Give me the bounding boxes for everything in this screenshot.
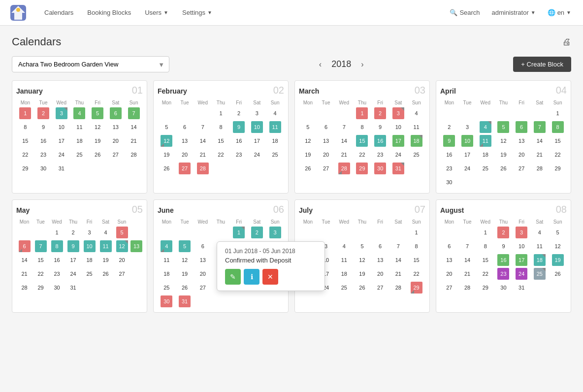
table-row[interactable]: 11 (407, 120, 425, 134)
table-row[interactable]: 5 (158, 120, 176, 134)
table-row[interactable]: 7 (335, 120, 353, 134)
table-row[interactable]: 18 (266, 134, 284, 148)
tooltip-edit-button[interactable]: ✎ (225, 269, 241, 285)
table-row[interactable]: 4 (476, 120, 494, 134)
table-row[interactable]: 27 (176, 162, 194, 175)
table-row[interactable]: 19 (89, 134, 107, 148)
table-row[interactable]: 2 (494, 226, 513, 239)
tooltip-delete-button[interactable]: ✕ (262, 269, 278, 285)
table-row[interactable]: 9 (371, 120, 389, 134)
prev-year-button[interactable]: ‹ (315, 58, 325, 71)
table-row[interactable]: 1 (353, 106, 371, 120)
table-row[interactable]: 13 (371, 253, 389, 267)
table-row[interactable]: 20 (317, 148, 335, 162)
table-row[interactable]: 2 (248, 226, 266, 239)
table-row[interactable]: 5 (353, 239, 371, 253)
table-row[interactable]: 15 (549, 134, 567, 148)
table-row[interactable]: 12 (494, 134, 513, 148)
table-row[interactable]: 20 (194, 267, 212, 281)
table-row[interactable]: 8 (476, 239, 494, 253)
table-row[interactable]: 12 (353, 253, 371, 267)
table-row[interactable]: 30 (34, 162, 53, 175)
table-row[interactable]: 10 (81, 239, 97, 253)
table-row[interactable]: 1 (476, 226, 494, 239)
table-row[interactable]: 25 (407, 148, 425, 162)
table-row[interactable]: 13 (194, 253, 212, 267)
table-row[interactable]: 6 (107, 106, 125, 120)
table-row[interactable]: 25 (335, 281, 353, 294)
table-row[interactable]: 3 (458, 120, 477, 134)
table-row[interactable]: 31 (513, 281, 531, 294)
table-row[interactable]: 14 (194, 134, 212, 148)
table-row[interactable]: 30 (440, 175, 458, 189)
table-row[interactable]: 14 (389, 253, 408, 267)
table-row[interactable]: 13 (513, 134, 531, 148)
table-row[interactable]: 24 (458, 162, 477, 175)
table-row[interactable]: 26 (158, 162, 176, 175)
table-row[interactable]: 6 (176, 120, 194, 134)
table-row[interactable]: 14 (531, 134, 549, 148)
table-row[interactable]: 29 (353, 162, 371, 175)
table-row[interactable]: 5 (114, 226, 130, 239)
table-row[interactable]: 16 (494, 253, 513, 267)
table-row[interactable]: 1 (230, 226, 248, 239)
table-row[interactable]: 10 (248, 120, 266, 134)
table-row[interactable]: 6 (317, 120, 335, 134)
table-row[interactable]: 12 (89, 120, 107, 134)
table-row[interactable]: 30 (494, 281, 513, 294)
table-row[interactable]: 1 (16, 106, 34, 120)
next-year-button[interactable]: › (357, 58, 367, 71)
table-row[interactable]: 7 (125, 106, 143, 120)
table-row[interactable]: 9 (65, 239, 81, 253)
tooltip-info-button[interactable]: ℹ (244, 269, 259, 285)
table-row[interactable]: 4 (407, 106, 425, 120)
table-row[interactable]: 18 (407, 134, 425, 148)
table-row[interactable]: 27 (513, 162, 531, 175)
table-row[interactable]: 29 (32, 281, 49, 294)
table-row[interactable]: 22 (549, 148, 567, 162)
table-row[interactable]: 11 (97, 239, 114, 253)
table-row[interactable]: 26 (549, 267, 567, 281)
table-row[interactable]: 18 (531, 253, 549, 267)
table-row[interactable]: 23 (440, 162, 458, 175)
table-row[interactable]: 5 (549, 226, 567, 239)
table-row[interactable]: 2 (371, 106, 389, 120)
table-row[interactable]: 24 (248, 148, 266, 162)
table-row[interactable]: 4 (335, 239, 353, 253)
table-row[interactable]: 9 (34, 120, 53, 134)
nav-link-calendars[interactable]: Calendars (38, 6, 79, 19)
table-row[interactable]: 24 (52, 148, 70, 162)
table-row[interactable]: 26 (299, 162, 317, 175)
table-row[interactable]: 30 (158, 294, 176, 308)
table-row[interactable]: 3 (81, 226, 97, 239)
table-row[interactable]: 6 (194, 239, 212, 253)
table-row[interactable]: 2 (34, 106, 53, 120)
table-row[interactable]: 3 (389, 106, 408, 120)
table-row[interactable]: 19 (299, 148, 317, 162)
table-row[interactable]: 2 (440, 120, 458, 134)
table-row[interactable]: 27 (440, 281, 458, 294)
table-row[interactable]: 3 (513, 226, 531, 239)
table-row[interactable]: 4 (97, 226, 114, 239)
table-row[interactable]: 20 (371, 267, 389, 281)
table-row[interactable]: 6 (440, 239, 458, 253)
table-row[interactable]: 16 (371, 134, 389, 148)
nav-link-booking-blocks[interactable]: Booking Blocks (81, 6, 137, 19)
table-row[interactable]: 20 (176, 148, 194, 162)
table-row[interactable]: 26 (89, 148, 107, 162)
table-row[interactable]: 28 (125, 148, 143, 162)
table-row[interactable]: 18 (335, 267, 353, 281)
table-row[interactable]: 27 (317, 162, 335, 175)
table-row[interactable]: 26 (494, 162, 513, 175)
table-row[interactable]: 10 (389, 120, 408, 134)
search-button[interactable]: 🔍 Search (446, 7, 484, 18)
table-row[interactable]: 15 (16, 134, 34, 148)
table-row[interactable]: 6 (16, 239, 32, 253)
table-row[interactable]: 14 (125, 120, 143, 134)
table-row[interactable]: 25 (158, 281, 176, 294)
table-row[interactable]: 21 (194, 148, 212, 162)
table-row[interactable]: 12 (176, 253, 194, 267)
table-row[interactable]: 6 (371, 239, 389, 253)
property-select[interactable]: Achara Two Bedroom Garden View (12, 56, 169, 72)
table-row[interactable]: 2 (230, 106, 248, 120)
